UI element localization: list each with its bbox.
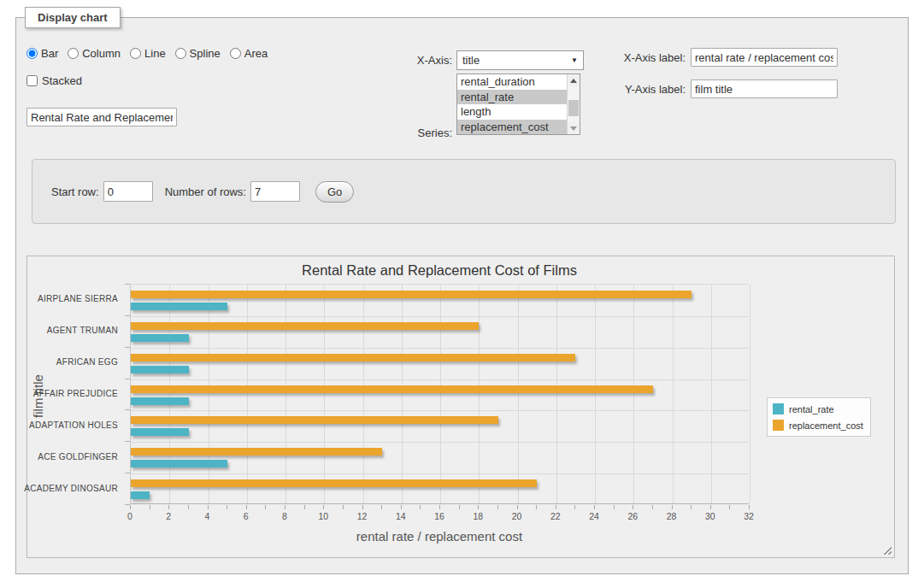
category-label: AFFAIR PREJUDICE [33,389,118,399]
x-axis-label-input[interactable] [691,48,838,67]
bar-replacement_cost [131,448,382,456]
gridline [518,285,519,503]
x-tick [710,505,711,509]
chart-title: Rental Rate and Replacement Cost of Film… [130,262,749,279]
gridline [169,285,170,503]
x-tick [459,505,460,509]
stacked-checkbox[interactable] [26,75,38,86]
series-option-rental_duration[interactable]: rental_duration [457,74,567,90]
x-tick-label: 32 [744,511,754,521]
legend-item-rental_rate: rental_rate [773,403,863,414]
category-label: ADAPTATION HOLES [29,420,118,431]
scrollbar-thumb[interactable] [568,100,579,116]
y-tick [125,284,130,285]
gridline [440,285,441,503]
y-tick [125,409,130,410]
x-axis-label-label: X-Axis label: [574,51,686,64]
gridline [131,442,749,443]
chart-type-option-spline[interactable]: Spline [175,47,221,60]
x-tick-label: 14 [396,511,406,521]
radio-column[interactable] [68,48,79,59]
chart-type-option-area[interactable]: Area [230,47,268,60]
x-tick-label: 2 [166,511,171,521]
radio-bar[interactable] [26,48,38,59]
x-axis-select-label: X-Axis: [375,54,452,67]
x-tick [208,505,209,509]
gridline [363,285,364,503]
x-tick [749,505,750,509]
gridline [131,379,749,380]
x-tick [246,505,247,509]
scroll-up-icon [570,79,577,83]
start-row-input[interactable] [103,181,153,202]
gridline [711,285,712,503]
x-tick-label: 10 [318,511,328,521]
x-tick [517,505,518,509]
x-tick [729,505,730,509]
x-tick [323,505,324,509]
radio-line[interactable] [130,48,141,59]
bar-replacement_cost [131,385,653,393]
stacked-checkbox-row[interactable]: Stacked [26,74,82,87]
gridline [324,285,325,503]
x-axis-selected-value: title [462,54,480,67]
radio-label: Area [244,47,268,60]
chart-legend: rental_ratereplacement_cost [767,397,871,437]
x-tick-label: 26 [627,511,638,521]
x-tick-label: 18 [473,511,483,521]
chart-type-option-bar[interactable]: Bar [26,47,58,60]
x-tick [672,505,673,509]
x-tick [265,505,266,509]
x-tick [497,505,498,509]
bar-replacement_cost [131,354,575,362]
series-option-rental_rate[interactable]: rental_rate [457,90,567,105]
x-tick-label: 16 [434,511,444,521]
gridline [595,285,596,503]
x-tick [130,505,131,509]
radio-area[interactable] [230,48,241,59]
resize-handle-icon[interactable] [881,544,892,555]
x-tick [150,505,150,509]
num-rows-label: Number of rows: [165,185,246,198]
radio-spline[interactable] [175,48,186,59]
gridline [633,285,634,503]
category-label: AGENT TRUMAN [47,326,118,336]
radio-label: Bar [41,47,58,60]
num-rows-input[interactable] [250,181,300,202]
chart-type-radio-group: BarColumnLineSplineArea [26,47,268,60]
series-option-length[interactable]: length [457,104,567,120]
category-label: AIRPLANE SIERRA [38,294,118,304]
start-row-label: Start row: [51,185,99,198]
category-label: ACADEMY DINOSAUR [24,484,118,494]
gridline [131,316,749,317]
stacked-label: Stacked [42,74,82,87]
gridline [673,285,674,503]
bar-rental_rate [131,491,150,499]
bar-rental_rate [131,428,189,436]
bar-replacement_cost [131,416,498,424]
display-chart-panel: Display chart BarColumnLineSplineArea St… [15,17,909,574]
x-tick [556,505,556,509]
x-tick-label: 0 [127,511,132,521]
bar-rental_rate [131,397,189,405]
x-tick [420,505,421,509]
series-label: Series: [375,126,452,139]
radio-label: Line [144,47,166,60]
go-button[interactable]: Go [315,181,354,203]
x-tick [536,505,537,509]
series-listbox[interactable]: rental_durationrental_ratelengthreplacem… [456,73,580,135]
y-tick [125,379,130,379]
x-tick-label: 4 [205,511,210,521]
x-tick [401,505,402,509]
x-tick [285,505,285,509]
chart-type-option-column[interactable]: Column [68,47,121,60]
y-axis-label-input[interactable] [691,79,838,98]
chart-type-option-line[interactable]: Line [130,47,166,60]
chart-title-input[interactable] [26,108,177,126]
x-tick [633,505,633,509]
series-option-replacement_cost[interactable]: replacement_cost [457,120,567,135]
x-axis-select[interactable]: title ▼ [456,50,584,70]
y-tick [125,441,130,442]
x-tick [614,505,615,509]
scroll-down-button[interactable] [568,122,580,134]
